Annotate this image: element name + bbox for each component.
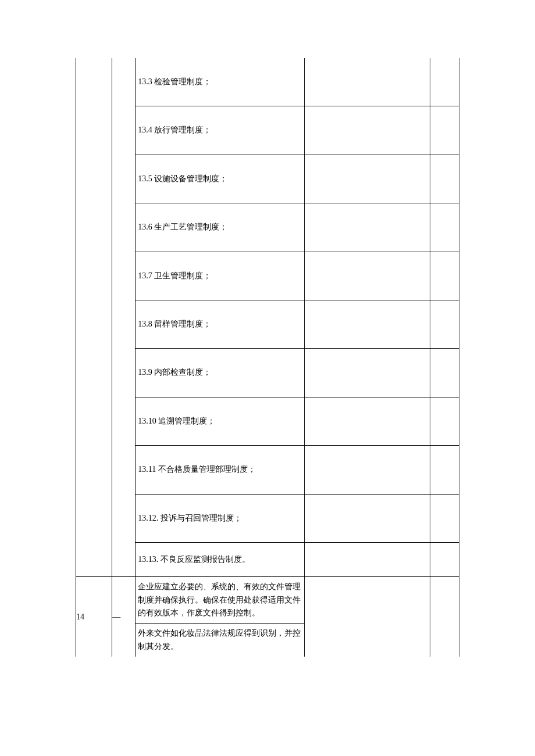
content-text: 13.12. 投诉与召回管理制度； bbox=[135, 495, 304, 542]
cell-note2 bbox=[430, 155, 459, 203]
cell-note1 bbox=[305, 203, 430, 252]
content-text: 13.10 追溯管理制度； bbox=[135, 397, 304, 445]
cell-note2 bbox=[430, 397, 459, 445]
cell-note1 bbox=[305, 155, 430, 203]
cell-note1 bbox=[305, 494, 430, 542]
cell-note2 bbox=[430, 446, 459, 494]
cell-num: 14 bbox=[76, 577, 112, 657]
cell-content: 13.3 检验管理制度； bbox=[135, 58, 305, 106]
content-text: 13.4 放行管理制度； bbox=[135, 106, 304, 154]
table-row: 13.3 检验管理制度； bbox=[76, 58, 459, 106]
cell-content: 13.5 设施设备管理制度； bbox=[135, 155, 305, 203]
cell-content: 13.4 放行管理制度； bbox=[135, 106, 305, 155]
table-row: 14 — 企业应建立必要的、系统的、有效的文件管理制度并确保执行。确保在使用处获… bbox=[76, 577, 459, 624]
cell-content: 企业应建立必要的、系统的、有效的文件管理制度并确保执行。确保在使用处获得适用文件… bbox=[135, 577, 305, 624]
cell-note2 bbox=[430, 577, 459, 657]
cell-content: 13.12. 投诉与召回管理制度； bbox=[135, 494, 305, 542]
cell-content: 13.7 卫生管理制度； bbox=[135, 252, 305, 300]
cell-mark: — bbox=[112, 577, 135, 657]
cell-note1 bbox=[305, 349, 430, 397]
content-text: 13.7 卫生管理制度； bbox=[135, 252, 304, 300]
cell-note2 bbox=[430, 349, 459, 397]
cell-note2 bbox=[430, 203, 459, 252]
row-number: 14 bbox=[76, 612, 84, 621]
content-text: 13.5 设施设备管理制度； bbox=[135, 155, 304, 203]
cell-note2 bbox=[430, 106, 459, 155]
cell-content: 13.13. 不良反应监测报告制度。 bbox=[135, 542, 305, 576]
content-text: 13.11 不合格质量管理部理制度； bbox=[135, 446, 304, 493]
content-text: 企业应建立必要的、系统的、有效的文件管理制度并确保执行。确保在使用处获得适用文件… bbox=[135, 577, 304, 623]
cell-note1 bbox=[305, 397, 430, 445]
cell-note1 bbox=[305, 577, 430, 657]
cell-content: 13.8 留样管理制度； bbox=[135, 300, 305, 348]
cell-num-blank bbox=[76, 58, 112, 577]
cell-content: 13.9 内部检查制度； bbox=[135, 349, 305, 397]
cell-note1 bbox=[305, 446, 430, 494]
cell-note1 bbox=[305, 300, 430, 348]
cell-note2 bbox=[430, 300, 459, 348]
content-text: 13.6 生产工艺管理制度； bbox=[135, 203, 304, 251]
cell-note1 bbox=[305, 252, 430, 300]
content-text: 13.3 检验管理制度； bbox=[135, 58, 304, 106]
regulation-table: 13.3 检验管理制度； 13.4 放行管理制度； 13.5 设施设备管理制度； bbox=[76, 58, 459, 657]
cell-note2 bbox=[430, 494, 459, 542]
cell-note2 bbox=[430, 542, 459, 576]
cell-note1 bbox=[305, 58, 430, 106]
content-text: 13.9 内部检查制度； bbox=[135, 349, 304, 396]
document-page: 13.3 检验管理制度； 13.4 放行管理制度； 13.5 设施设备管理制度； bbox=[0, 0, 535, 756]
cell-content: 13.11 不合格质量管理部理制度； bbox=[135, 446, 305, 494]
cell-note2 bbox=[430, 58, 459, 106]
cell-mark-blank bbox=[112, 58, 135, 577]
content-text: 13.13. 不良反应监测报告制度。 bbox=[135, 543, 304, 576]
cell-note1 bbox=[305, 542, 430, 576]
row-mark: — bbox=[112, 612, 120, 621]
cell-note2 bbox=[430, 252, 459, 300]
cell-content: 13.10 追溯管理制度； bbox=[135, 397, 305, 445]
content-text: 外来文件如化妆品法律法规应得到识别，并控制其分发。 bbox=[135, 624, 304, 657]
cell-content: 外来文件如化妆品法律法规应得到识别，并控制其分发。 bbox=[135, 624, 305, 657]
cell-content: 13.6 生产工艺管理制度； bbox=[135, 203, 305, 252]
cell-note1 bbox=[305, 106, 430, 155]
content-text: 13.8 留样管理制度； bbox=[135, 300, 304, 348]
